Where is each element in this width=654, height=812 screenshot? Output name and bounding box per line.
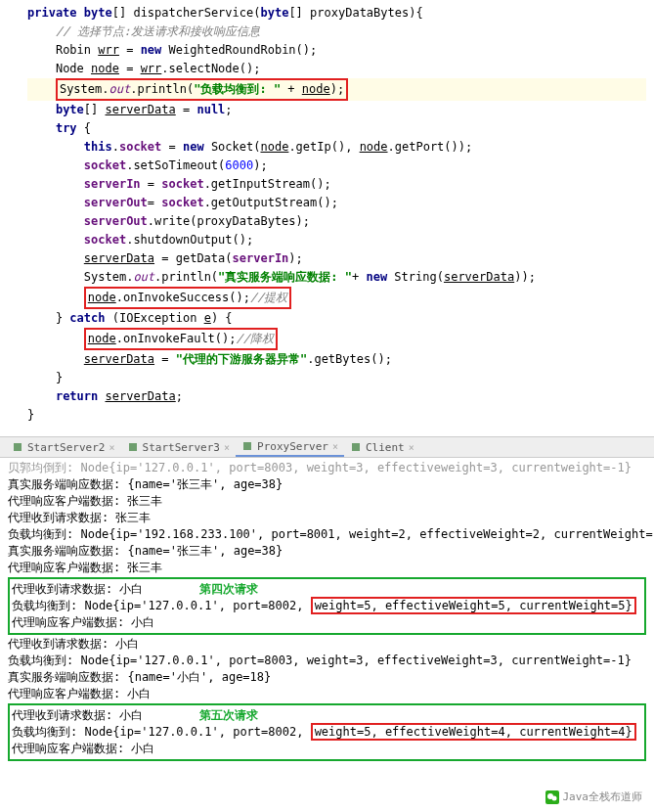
console-line: 代理收到请求数据: 小白 xyxy=(8,636,646,653)
code-line: socket.shutdownOutput(); xyxy=(27,231,646,249)
tab-startserver3[interactable]: StartServer3× xyxy=(121,439,237,456)
run-icon xyxy=(127,441,139,453)
tab-proxyserver[interactable]: ProxyServer× xyxy=(236,438,344,457)
request-label: 第四次请求 xyxy=(199,582,258,596)
close-icon[interactable]: × xyxy=(109,442,114,453)
close-icon[interactable]: × xyxy=(332,441,338,452)
code-line: serverData = getData(serverIn); xyxy=(27,249,646,268)
highlighted-box: node.onInvokeFault();//降权 xyxy=(84,328,278,350)
weight-highlight: weight=5, effectiveWeight=4, currentWeig… xyxy=(311,723,636,741)
close-icon[interactable]: × xyxy=(224,442,230,453)
console-line: 真实服务端响应数据: {name='张三丰', age=38} xyxy=(8,543,646,560)
code-line: node.onInvokeFault();//降权 xyxy=(27,328,646,350)
code-line: byte[] serverData = null; xyxy=(27,101,646,119)
code-line: // 选择节点:发送请求和接收响应信息 xyxy=(27,23,646,41)
console-line: 代理响应客户端数据: 小白 xyxy=(12,614,642,631)
svg-rect-2 xyxy=(243,442,251,450)
tab-startserver2[interactable]: StartServer2× xyxy=(6,439,121,456)
run-icon xyxy=(350,441,362,453)
code-line: private byte[] dispatcherService(byte[] … xyxy=(27,4,646,23)
console-line: 贝郭均倒到: Node{ip='127.0.0.1', port=8003, w… xyxy=(8,460,646,476)
console-line: 负载均衡到: Node{ip='127.0.0.1', port=8002, w… xyxy=(12,598,642,614)
console-tabs: StartServer2× StartServer3× ProxyServer×… xyxy=(0,436,654,458)
svg-rect-0 xyxy=(14,443,22,451)
code-line: Node node = wrr.selectNode(); xyxy=(27,60,646,78)
highlighted-box: System.out.println("负载均衡到: " + node); xyxy=(56,78,348,101)
request-4-box: 代理收到请求数据: 小白 第四次请求 负载均衡到: Node{ip='127.0… xyxy=(8,577,646,635)
console-line: 代理响应客户端数据: 小白 xyxy=(12,741,642,757)
console-line: 代理收到请求数据: 小白 第五次请求 xyxy=(12,707,642,724)
code-line: node.onInvokeSuccess();//提权 xyxy=(27,287,646,309)
console-line: 代理响应客户端数据: 张三丰 xyxy=(8,493,646,510)
code-line: socket.setSoTimeout(6000); xyxy=(27,157,646,175)
code-line: this.socket = new Socket(node.getIp(), n… xyxy=(27,138,646,157)
svg-rect-3 xyxy=(352,443,360,451)
code-line: serverOut= socket.getOutputStream(); xyxy=(27,194,646,212)
code-line: return serverData; xyxy=(27,387,646,406)
tab-client[interactable]: Client× xyxy=(344,439,420,456)
weight-highlight: weight=5, effectiveWeight=5, currentWeig… xyxy=(311,597,636,614)
console-line: 代理响应客户端数据: 张三丰 xyxy=(8,560,646,576)
svg-rect-1 xyxy=(129,443,137,451)
console-line: 真实服务端响应数据: {name='张三丰', age=38} xyxy=(8,476,646,493)
code-line: serverData = "代理的下游服务器异常".getBytes(); xyxy=(27,350,646,369)
run-icon xyxy=(241,440,253,452)
highlighted-box: node.onInvokeSuccess();//提权 xyxy=(84,287,292,309)
console-line: 真实服务端响应数据: {name='小白', age=18} xyxy=(8,669,646,686)
code-line: } catch (IOException e) { xyxy=(27,309,646,328)
code-editor[interactable]: private byte[] dispatcherService(byte[] … xyxy=(0,0,654,436)
code-line-highlighted: System.out.println("负载均衡到: " + node); xyxy=(27,78,646,101)
console-line: 负载均衡到: Node{ip='127.0.0.1', port=8002, w… xyxy=(12,724,642,741)
code-line: System.out.println("真实服务端响应数据: "+ new St… xyxy=(27,268,646,287)
code-line: Robin wrr = new WeightedRoundRobin(); xyxy=(27,41,646,60)
run-icon xyxy=(12,441,23,453)
close-icon[interactable]: × xyxy=(409,442,414,453)
console-line: 负载均衡到: Node{ip='192.168.233.100', port=8… xyxy=(8,526,646,543)
console-line: 代理收到请求数据: 张三丰 xyxy=(8,510,646,526)
request-5-box: 代理收到请求数据: 小白 第五次请求 负载均衡到: Node{ip='127.0… xyxy=(8,703,646,761)
code-line: } xyxy=(27,406,646,425)
code-line: serverOut.write(proxyDataBytes); xyxy=(27,212,646,231)
code-line: try { xyxy=(27,119,646,138)
console-output[interactable]: 贝郭均倒到: Node{ip='127.0.0.1', port=8003, w… xyxy=(0,458,654,764)
request-label: 第五次请求 xyxy=(199,708,258,722)
console-line: 负载均衡到: Node{ip='127.0.0.1', port=8003, w… xyxy=(8,653,646,669)
console-line: 代理收到请求数据: 小白 第四次请求 xyxy=(12,581,642,598)
console-line: 代理响应客户端数据: 小白 xyxy=(8,686,646,702)
code-line: } xyxy=(27,369,646,387)
code-line: serverIn = socket.getInputStream(); xyxy=(27,175,646,194)
